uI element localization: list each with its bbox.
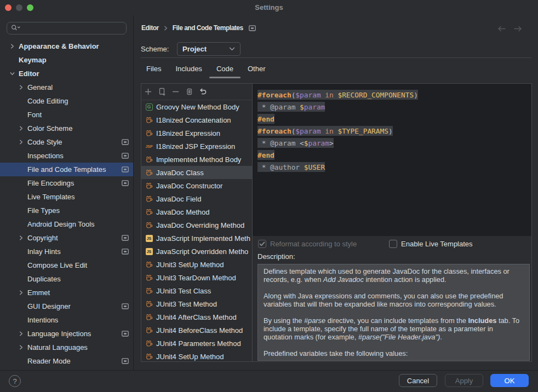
template-item-groovy-new-method-body[interactable]: GGroovy New Method Body [141,100,252,113]
sidebar-item-editor[interactable]: Editor [0,67,133,80]
template-item-javadoc-overriding-method[interactable]: JavaDoc Overriding Method [141,218,252,232]
templates-panel: GGroovy New Method BodyI18nized Concaten… [141,83,532,362]
sidebar-item-appearance-behavior[interactable]: Appearance & Behavior [0,39,133,53]
duplicate-icon[interactable] [158,88,166,96]
chevron-spacer [19,249,24,255]
chevron-expanded-icon[interactable] [10,71,15,77]
description-box: Defines template which used to generate … [257,264,530,361]
reformat-label: Reformat according to style [270,240,357,248]
sidebar-item-compose-live-edit[interactable]: Compose Live Edit [0,258,133,272]
chevron-spacer [19,207,24,214]
footer: ? Cancel Apply OK [0,370,538,392]
cancel-button[interactable]: Cancel [399,374,437,387]
checkbox-unchecked-icon[interactable] [389,240,397,248]
chevron-spacer [19,317,24,323]
help-button[interactable]: ? [9,375,21,387]
template-item-junit4-afterclass-method[interactable]: JUnit4 AfterClass Method [141,310,252,324]
screen-indicator-icon [122,249,129,255]
sidebar-item-inlay-hints[interactable]: Inlay Hints [0,245,133,258]
template-item-i18nized-jsp-expression[interactable]: JSPI18nized JSP Expression [141,140,252,153]
sidebar-item-inspections[interactable]: Inspections [0,149,133,163]
chevron-collapsed-icon[interactable] [10,43,15,49]
sidebar-item-gui-designer[interactable]: GUI Designer [0,299,133,313]
template-item-label: JUnit4 Parameters Method [156,339,241,348]
sidebar-item-emmet[interactable]: Emmet [0,286,133,299]
chevron-spacer [19,112,24,118]
template-item-javascript-overridden-metho[interactable]: JSJavaScript Overridden Metho [141,245,252,258]
ok-button[interactable]: OK [490,374,529,387]
template-editor[interactable]: #foreach($param in $RECORD_COMPONENTS) *… [253,84,531,236]
sidebar-item-file-and-code-templates[interactable]: File and Code Templates [0,163,133,176]
sidebar-item-label: File Types [27,206,60,215]
sidebar-item-label: Code Style [27,138,62,146]
sidebar-item-color-scheme[interactable]: Color Scheme [0,122,133,135]
sidebar-item-font[interactable]: Font [0,108,133,122]
template-item-i18nized-expression[interactable]: I18nized Expression [141,126,252,140]
tab-code[interactable]: Code [209,61,241,78]
breadcrumb: Editor File and Code Templates [141,24,256,32]
chevron-collapsed-icon[interactable] [19,125,24,131]
tab-files[interactable]: Files [139,61,168,78]
sidebar-item-reader-mode[interactable]: Reader Mode [0,354,133,368]
sidebar-item-code-style[interactable]: Code Style [0,135,133,149]
apply-button[interactable]: Apply [445,374,483,387]
copy-icon[interactable] [185,88,193,96]
template-detail-column: #foreach($param in $RECORD_COMPONENTS) *… [253,84,531,361]
sidebar-item-keymap[interactable]: Keymap [0,53,133,67]
breadcrumb-item-editor[interactable]: Editor [141,24,159,32]
content-pane: Editor File and Code Templates Scheme: P… [134,15,538,370]
remove-icon[interactable] [171,88,180,96]
chevron-collapsed-icon[interactable] [19,84,24,90]
sidebar-item-live-templates[interactable]: Live Templates [0,190,133,204]
sidebar-item-file-types[interactable]: File Types [0,204,133,217]
search-input[interactable] [7,22,127,34]
template-item-javadoc-constructor[interactable]: JavaDoc Constructor [141,179,252,192]
sidebar-item-code-editing[interactable]: Code Editing [0,94,133,108]
template-item-i18nized-concatenation[interactable]: I18nized Concatenation [141,113,252,126]
java-icon [145,181,153,190]
back-arrow-icon[interactable] [497,25,506,33]
chevron-spacer [19,98,24,104]
sidebar-item-intentions[interactable]: Intentions [0,313,133,327]
javascript-icon: JS [145,234,153,243]
scheme-select[interactable]: Project [177,42,241,56]
tab-includes[interactable]: Includes [168,61,209,78]
history-nav [497,25,522,33]
chevron-collapsed-icon[interactable] [19,331,24,337]
template-item-javascript-implemented-meth[interactable]: JSJavaScript Implemented Meth [141,232,252,245]
sidebar-item-file-encodings[interactable]: File Encodings [0,176,133,190]
chevron-collapsed-icon[interactable] [19,139,24,145]
sidebar-item-general[interactable]: General [0,80,133,94]
chevron-collapsed-icon[interactable] [19,344,24,350]
chevron-spacer [10,57,15,63]
sidebar-item-natural-languages[interactable]: Natural Languages [0,341,133,354]
template-item-junit4-parameters-method[interactable]: JUnit4 Parameters Method [141,337,252,350]
settings-tree: Appearance & BehaviorKeymapEditorGeneral… [0,39,133,368]
template-item-junit4-setup-method[interactable]: JUnit4 SetUp Method [141,350,252,361]
template-item-javadoc-field[interactable]: JavaDoc Field [141,192,252,205]
live-templates-checkbox[interactable]: Enable Live Templates [389,240,473,248]
template-item-junit3-setup-method[interactable]: JUnit3 SetUp Method [141,258,252,271]
sidebar-item-language-injections[interactable]: Language Injections [0,327,133,341]
template-item-javadoc-class[interactable]: JavaDoc Class [141,166,252,179]
sidebar-item-copyright[interactable]: Copyright [0,231,133,245]
revert-icon[interactable] [199,88,207,96]
sidebar-item-android-design-tools[interactable]: Android Design Tools [0,217,133,231]
template-item-javadoc-method[interactable]: JavaDoc Method [141,205,252,218]
scheme-label: Scheme: [141,45,169,53]
template-item-junit3-test-method[interactable]: JUnit3 Test Method [141,297,252,310]
template-item-junit4-beforeclass-method[interactable]: JUnit4 BeforeClass Method [141,324,252,337]
add-icon[interactable] [144,88,152,96]
chevron-collapsed-icon[interactable] [19,235,24,241]
chevron-down-icon [229,47,235,51]
forward-arrow-icon[interactable] [513,25,522,33]
template-item-junit3-test-class[interactable]: JUnit3 Test Class [141,284,252,297]
sidebar-item-duplicates[interactable]: Duplicates [0,272,133,286]
java-icon [145,116,153,124]
tab-other[interactable]: Other [241,61,273,78]
search-icon [11,24,21,33]
chevron-collapsed-icon[interactable] [19,290,24,296]
template-item-implemented-method-body[interactable]: Implemented Method Body [141,153,252,166]
template-item-junit3-teardown-method[interactable]: JUnit3 TearDown Method [141,271,252,284]
template-item-label: JUnit3 TearDown Method [156,274,236,282]
